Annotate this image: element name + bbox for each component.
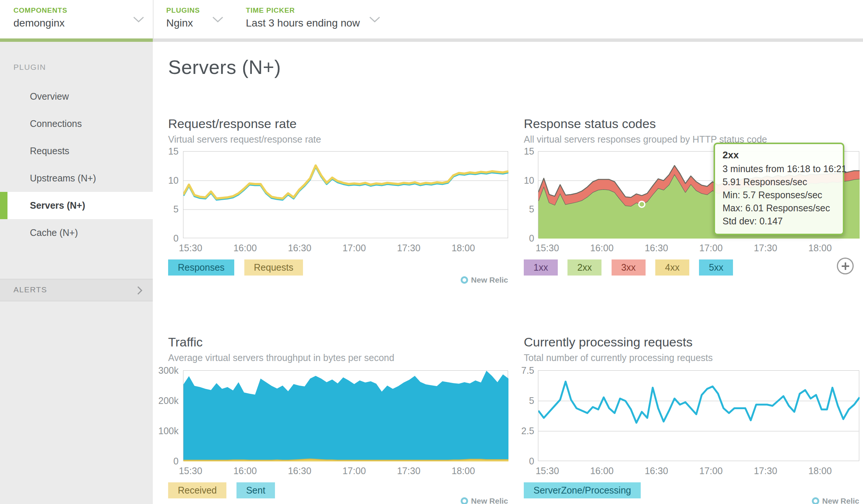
chart-currently-processing: Currently processing requests Total numb…	[524, 335, 859, 363]
y-axis-labels: 1510 50	[478, 147, 534, 243]
tooltip-min: Min: 5.7 Responses/sec	[723, 189, 835, 202]
chart-title: Request/response rate	[168, 116, 508, 131]
active-item-indicator	[0, 192, 7, 219]
tooltip-value: 5.91 Responses/sec	[723, 175, 835, 189]
y-axis-labels: 300k200k 100k0	[123, 366, 179, 466]
x-axis-labels: 15:3016:00 16:3017:00 17:3018:00	[538, 466, 859, 477]
expand-chart-icon[interactable]	[837, 258, 854, 274]
chart-legend: ServerZone/Processing	[524, 482, 649, 498]
legend-received[interactable]: Received	[168, 482, 226, 498]
sidebar-item-overview[interactable]: Overview	[0, 83, 153, 110]
page-title: Servers (N+)	[168, 56, 281, 78]
chart-title: Currently processing requests	[524, 335, 859, 349]
chart-title: Traffic	[168, 335, 508, 349]
plugins-label: PLUGINS	[166, 6, 200, 15]
new-relic-icon	[812, 497, 819, 504]
chart-legend: Received Sent	[168, 482, 283, 498]
sidebar-alerts-row[interactable]: ALERTS	[0, 279, 153, 301]
chart-request-response-rate: Request/response rate Virtual servers re…	[168, 116, 508, 145]
plugins-dropdown[interactable]: PLUGINS Nginx	[166, 0, 230, 38]
header-accent-bar	[0, 38, 153, 42]
time-picker-label: TIME PICKER	[246, 6, 295, 15]
components-dropdown[interactable]: COMPONENTS demonginx	[13, 0, 152, 38]
header-divider	[153, 0, 154, 38]
x-axis-labels: 15:3016:00 16:3017:00 17:3018:00	[183, 243, 508, 254]
new-relic-icon	[461, 497, 468, 504]
chart-title: Response status codes	[524, 116, 859, 131]
chevron-down-icon[interactable]	[212, 16, 223, 24]
legend-2xx[interactable]: 2xx	[567, 259, 601, 276]
tooltip-series-name: 2xx	[723, 149, 835, 161]
chevron-down-icon[interactable]	[133, 16, 144, 24]
chevron-down-icon[interactable]	[369, 16, 380, 24]
tooltip-stddev: Std dev: 0.147	[723, 215, 835, 228]
plot-area[interactable]	[183, 151, 508, 238]
components-label: COMPONENTS	[13, 6, 67, 15]
legend-1xx[interactable]: 1xx	[524, 259, 558, 276]
alerts-label: ALERTS	[13, 285, 47, 294]
plugin-section-heading: PLUGIN	[13, 63, 46, 72]
chevron-right-icon	[137, 286, 142, 295]
header-border-bar	[153, 38, 863, 42]
x-axis-labels: 15:3016:00 16:3017:00 17:3018:00	[538, 243, 859, 254]
legend-5xx[interactable]: 5xx	[699, 259, 733, 276]
tooltip-timerange: 3 minutes from 16:18 to 16:21	[723, 162, 835, 175]
new-relic-logo[interactable]: New Relic	[812, 497, 859, 504]
top-header: COMPONENTS demonginx PLUGINS Nginx TIME …	[0, 0, 863, 38]
time-picker-dropdown[interactable]: TIME PICKER Last 3 hours ending now	[246, 0, 388, 38]
legend-requests[interactable]: Requests	[244, 259, 303, 276]
y-axis-labels: 7.55 2.50	[478, 366, 534, 466]
plot-area[interactable]	[183, 370, 508, 461]
legend-4xx[interactable]: 4xx	[655, 259, 689, 276]
legend-3xx[interactable]: 3xx	[612, 259, 646, 276]
chart-traffic: Traffic Average virtual servers throughp…	[168, 335, 508, 363]
chart-subtitle: Total number of currently processing req…	[524, 352, 859, 363]
tooltip-max: Max: 6.01 Responses/sec	[723, 202, 835, 215]
chart-response-status-codes: Response status codes All virtual server…	[524, 116, 859, 145]
x-axis-labels: 15:3016:00 16:3017:00 17:3018:00	[183, 466, 508, 477]
y-axis-labels: 1510 50	[123, 147, 179, 243]
legend-responses[interactable]: Responses	[168, 259, 234, 276]
chart-legend: 1xx 2xx 3xx 4xx 5xx	[524, 259, 741, 276]
chart-legend: Responses Requests	[168, 259, 311, 276]
sidebar-item-connections[interactable]: Connections	[0, 110, 153, 137]
sidebar-item-label: Servers (N+)	[30, 200, 85, 211]
chart-tooltip: 2xx 3 minutes from 16:18 to 16:21 5.91 R…	[714, 143, 844, 235]
chart-subtitle: Virtual servers request/response rate	[168, 134, 508, 145]
new-relic-logo[interactable]: New Relic	[461, 497, 508, 504]
new-relic-icon	[461, 276, 468, 284]
chart-subtitle: Average virtual servers throughput in by…	[168, 352, 508, 363]
plugins-value: Nginx	[166, 17, 193, 29]
legend-sent[interactable]: Sent	[236, 482, 275, 498]
time-picker-value: Last 3 hours ending now	[246, 17, 360, 29]
plot-area[interactable]	[538, 370, 859, 461]
new-relic-logo[interactable]: New Relic	[461, 276, 508, 284]
components-value: demonginx	[13, 17, 65, 29]
legend-serverzone-processing[interactable]: ServerZone/Processing	[524, 482, 641, 498]
